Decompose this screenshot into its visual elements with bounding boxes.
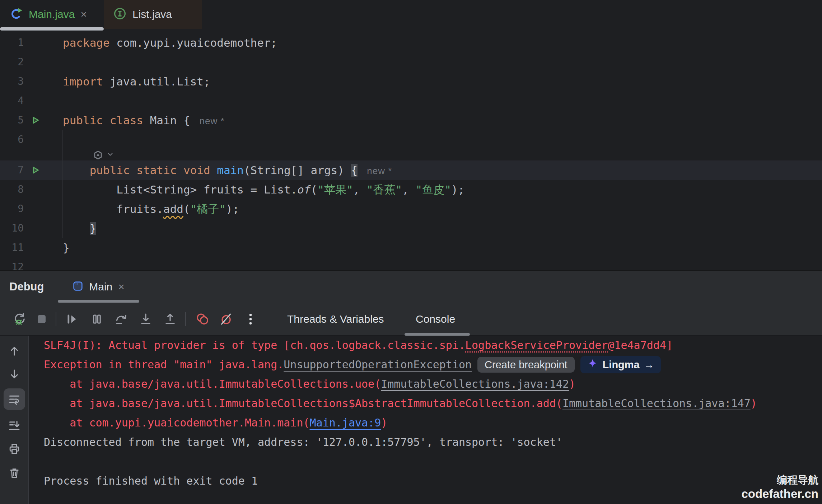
close-icon[interactable]: × xyxy=(117,281,125,292)
stack-trace-link[interactable]: Main.java:9 xyxy=(310,413,381,433)
stack-trace-link[interactable]: LogbackServiceProvider xyxy=(465,336,608,355)
code-line: 10 } xyxy=(0,219,822,238)
code-token: of xyxy=(297,183,310,196)
pause-icon[interactable] xyxy=(88,311,106,328)
code-line: 4 xyxy=(0,91,822,111)
code-token: package xyxy=(63,36,110,49)
step-into-icon[interactable] xyxy=(137,311,154,328)
tab-threads-variables[interactable]: Threads & Variables xyxy=(287,303,384,335)
watermark-line1: 编程导航 xyxy=(741,473,818,486)
code-token xyxy=(63,222,90,235)
console-text: SLF4J(I): Actual provider is of type [ch… xyxy=(44,336,465,355)
code-text xyxy=(59,91,63,111)
create-breakpoint-button[interactable]: Create breakpoint xyxy=(477,357,575,373)
code-token: , xyxy=(402,183,415,196)
console-text: at java.base/java.util.ImmutableCollecti… xyxy=(44,394,562,413)
console-text: ) xyxy=(751,394,757,413)
editor-gutter: 12 xyxy=(0,257,59,270)
debug-session-tab-label: Main xyxy=(89,281,112,293)
line-number: 9 xyxy=(0,199,24,219)
lingma-inlay-icon[interactable] xyxy=(93,150,114,160)
console-text: ) xyxy=(381,413,387,433)
view-breakpoints-icon[interactable] xyxy=(194,311,211,328)
code-token xyxy=(103,114,110,127)
code-text: } xyxy=(59,238,70,257)
line-number: 11 xyxy=(0,238,24,257)
console-output[interactable]: SLF4J(I): Actual provider is of type [ch… xyxy=(29,336,822,504)
print-icon[interactable] xyxy=(8,442,21,456)
mute-breakpoints-icon[interactable] xyxy=(217,311,234,328)
arrow-down-icon[interactable] xyxy=(8,367,21,381)
editor-tab-bar: Main.java × List.java xyxy=(0,0,822,29)
editor-gutter: 7 xyxy=(0,160,59,180)
stack-trace-link[interactable]: ImmutableCollections.java:147 xyxy=(562,394,751,413)
class-runnable-icon xyxy=(9,6,24,23)
arrow-right-icon: → xyxy=(644,359,654,371)
debug-console: SLF4J(I): Actual provider is of type [ch… xyxy=(0,336,822,504)
stack-trace-link[interactable]: UnsupportedOperationException xyxy=(284,355,472,374)
scroll-to-end-icon[interactable] xyxy=(8,419,21,433)
lingma-button[interactable]: Lingma → xyxy=(580,356,661,373)
code-editor[interactable]: 1package com.yupi.yuaicodemother;23impor… xyxy=(0,29,822,270)
editor-gutter: 2 xyxy=(0,52,59,72)
console-text: @1e4a7dd4] xyxy=(608,336,673,355)
code-token: fruits. xyxy=(63,202,163,215)
code-token: "鱼皮" xyxy=(416,183,451,196)
code-text xyxy=(59,52,63,72)
clear-icon[interactable] xyxy=(8,466,21,480)
code-line: 7 public static void main(String[] args)… xyxy=(0,160,822,180)
chevron-down-icon[interactable] xyxy=(106,150,114,160)
resume-icon[interactable] xyxy=(63,311,80,328)
rerun-debug-icon[interactable] xyxy=(11,311,28,328)
more-kebab-icon[interactable] xyxy=(242,311,259,328)
code-token xyxy=(63,164,90,177)
console-line: at com.yupi.yuaicodemother.Main.main(Mai… xyxy=(44,413,822,433)
debug-title: Debug xyxy=(9,271,44,303)
step-out-icon[interactable] xyxy=(162,311,179,328)
run-gutter-icon[interactable] xyxy=(24,111,59,130)
gutter-spacer xyxy=(24,72,59,91)
code-text xyxy=(59,257,63,270)
close-icon[interactable]: × xyxy=(80,9,88,20)
line-number: 2 xyxy=(0,52,24,72)
code-token: import xyxy=(63,75,103,88)
code-line: 5public class Main {new * xyxy=(0,111,822,130)
gutter-spacer xyxy=(24,199,59,219)
code-text: List<String> fruits = List.of("苹果", "香蕉"… xyxy=(59,180,464,199)
editor-gutter: 4 xyxy=(0,91,59,111)
indent-guide xyxy=(90,180,90,214)
arrow-up-icon[interactable] xyxy=(8,344,21,358)
code-token: public xyxy=(90,164,130,177)
console-text: Exception in thread "main" java.lang. xyxy=(44,355,284,374)
gutter-spacer xyxy=(24,91,59,111)
code-token: ); xyxy=(226,202,239,215)
console-line: at java.base/java.util.ImmutableCollecti… xyxy=(44,374,822,394)
tab-label: Main.java xyxy=(29,8,75,20)
gutter-spacer xyxy=(24,33,59,52)
gutter-spacer xyxy=(24,130,59,149)
tab-list-java[interactable]: List.java xyxy=(104,0,202,29)
debug-session-tab-main[interactable]: Main × xyxy=(58,271,139,303)
editor-gutter: 9 xyxy=(0,199,59,219)
tab-console[interactable]: Console xyxy=(416,303,455,335)
line-number: 4 xyxy=(0,91,24,111)
code-token: Main { xyxy=(143,114,190,127)
code-token: (String[] args) xyxy=(244,164,351,177)
console-tab-indicator xyxy=(405,333,470,336)
code-token: ( xyxy=(183,202,190,215)
code-line: 6 xyxy=(0,130,822,149)
stack-trace-link[interactable]: ImmutableCollections.java:142 xyxy=(381,374,569,394)
debug-tool-window-header: Debug Main × xyxy=(0,270,822,303)
code-text: public static void main(String[] args) {… xyxy=(59,160,392,180)
stop-icon[interactable] xyxy=(33,311,50,328)
run-gutter-icon[interactable] xyxy=(24,160,59,180)
soft-wrap-icon[interactable] xyxy=(8,392,21,406)
inline-hint: new * xyxy=(200,116,225,126)
console-text: ) xyxy=(569,374,575,394)
watermark-line2: codefather.cn xyxy=(741,486,818,501)
code-line: 9 fruits.add("橘子"); xyxy=(0,199,822,219)
code-text: package com.yupi.yuaicodemother; xyxy=(59,33,277,52)
step-over-icon[interactable] xyxy=(113,311,130,328)
code-line: 8 List<String> fruits = List.of("苹果", "香… xyxy=(0,180,822,199)
tab-main-java[interactable]: Main.java × xyxy=(0,0,104,29)
